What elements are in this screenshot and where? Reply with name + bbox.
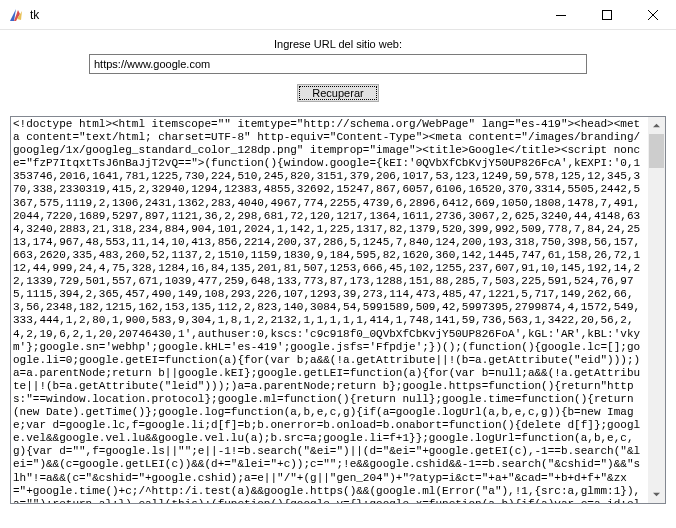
svg-rect-0 [556,15,566,16]
button-row: Recuperar [10,84,666,102]
url-input[interactable] [89,54,587,74]
svg-rect-1 [603,10,612,19]
client-area: Ingrese URL del sitio web: Recuperar <!d… [0,30,676,514]
close-button[interactable] [630,0,676,30]
output-text[interactable]: <!doctype html><html itemscope="" itemty… [11,117,648,503]
url-row [10,54,666,74]
scrollbar-thumb[interactable] [649,134,664,168]
fetch-button[interactable]: Recuperar [297,84,378,102]
minimize-button[interactable] [538,0,584,30]
vertical-scrollbar[interactable] [648,117,665,503]
scroll-down-button[interactable] [648,486,665,503]
app-feather-icon [8,7,24,23]
window-title: tk [30,8,39,22]
output-panel: <!doctype html><html itemscope="" itemty… [10,116,666,504]
scroll-up-button[interactable] [648,117,665,134]
title-bar: tk [0,0,676,30]
maximize-button[interactable] [584,0,630,30]
scrollbar-track[interactable] [648,134,665,486]
url-prompt-label: Ingrese URL del sitio web: [10,30,666,54]
